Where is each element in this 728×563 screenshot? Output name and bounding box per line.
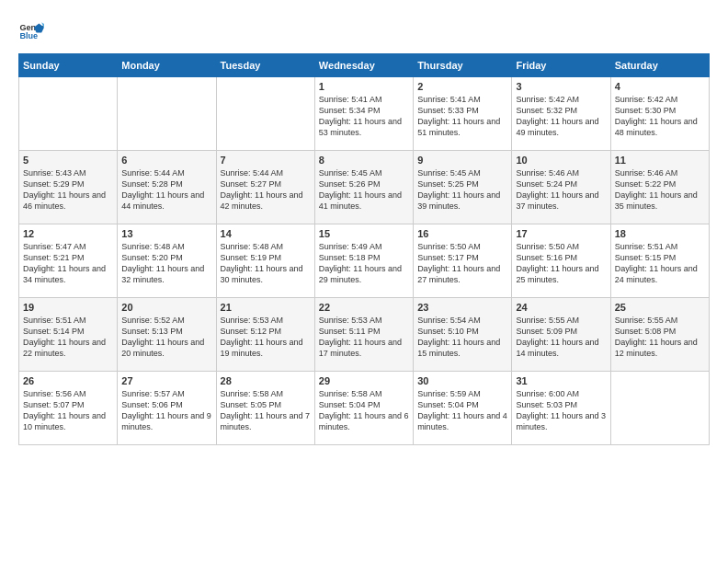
calendar-cell: 12Sunrise: 5:47 AM Sunset: 5:21 PM Dayli… [19,224,118,298]
weekday-header: Monday [118,54,216,77]
day-number: 13 [121,228,211,239]
day-info: Sunrise: 5:58 AM Sunset: 5:04 PM Dayligh… [319,388,409,433]
calendar-cell: 13Sunrise: 5:48 AM Sunset: 5:20 PM Dayli… [118,224,216,298]
calendar-week-row: 12Sunrise: 5:47 AM Sunset: 5:21 PM Dayli… [19,224,710,298]
day-info: Sunrise: 5:55 AM Sunset: 5:08 PM Dayligh… [615,315,705,360]
calendar-cell: 28Sunrise: 5:58 AM Sunset: 5:05 PM Dayli… [216,372,314,445]
day-info: Sunrise: 5:45 AM Sunset: 5:26 PM Dayligh… [319,167,409,213]
day-info: Sunrise: 5:50 AM Sunset: 5:17 PM Dayligh… [417,241,507,286]
calendar-table: SundayMondayTuesdayWednesdayThursdayFrid… [18,53,710,445]
calendar-cell: 17Sunrise: 5:50 AM Sunset: 5:16 PM Dayli… [512,224,610,298]
day-info: Sunrise: 5:49 AM Sunset: 5:18 PM Dayligh… [319,241,409,286]
day-number: 4 [615,81,705,92]
calendar-cell: 5Sunrise: 5:43 AM Sunset: 5:29 PM Daylig… [19,151,118,224]
day-info: Sunrise: 5:51 AM Sunset: 5:14 PM Dayligh… [23,315,113,360]
calendar-week-row: 1Sunrise: 5:41 AM Sunset: 5:34 PM Daylig… [19,77,710,151]
day-number: 27 [121,375,211,386]
day-number: 10 [516,155,606,166]
day-info: Sunrise: 5:57 AM Sunset: 5:06 PM Dayligh… [121,388,211,433]
weekday-header: Wednesday [314,54,413,77]
calendar-cell [216,77,314,151]
day-number: 19 [23,302,113,313]
day-info: Sunrise: 5:54 AM Sunset: 5:10 PM Dayligh… [417,315,507,360]
calendar-cell: 3Sunrise: 5:42 AM Sunset: 5:32 PM Daylig… [512,77,610,151]
day-info: Sunrise: 5:44 AM Sunset: 5:27 PM Dayligh… [221,167,311,213]
day-info: Sunrise: 5:56 AM Sunset: 5:07 PM Dayligh… [23,388,113,433]
day-number: 24 [516,302,606,313]
calendar-cell: 31Sunrise: 6:00 AM Sunset: 5:03 PM Dayli… [512,372,610,445]
calendar-cell [19,77,118,151]
calendar-cell: 24Sunrise: 5:55 AM Sunset: 5:09 PM Dayli… [512,298,610,372]
day-number: 16 [417,228,507,239]
day-info: Sunrise: 5:44 AM Sunset: 5:28 PM Dayligh… [121,167,211,213]
calendar-cell: 15Sunrise: 5:49 AM Sunset: 5:18 PM Dayli… [314,224,413,298]
calendar-cell: 2Sunrise: 5:41 AM Sunset: 5:33 PM Daylig… [414,77,512,151]
calendar-cell: 21Sunrise: 5:53 AM Sunset: 5:12 PM Dayli… [216,298,314,372]
day-info: Sunrise: 5:53 AM Sunset: 5:11 PM Dayligh… [319,315,409,360]
day-info: Sunrise: 5:48 AM Sunset: 5:19 PM Dayligh… [221,241,311,286]
calendar-cell: 8Sunrise: 5:45 AM Sunset: 5:26 PM Daylig… [314,151,413,224]
day-number: 30 [417,375,507,386]
day-info: Sunrise: 6:00 AM Sunset: 5:03 PM Dayligh… [516,388,606,433]
weekday-header: Saturday [610,54,709,77]
calendar-cell: 19Sunrise: 5:51 AM Sunset: 5:14 PM Dayli… [19,298,118,372]
weekday-header: Thursday [414,54,512,77]
logo: General Blue [18,18,44,44]
calendar-cell [118,77,216,151]
day-info: Sunrise: 5:58 AM Sunset: 5:05 PM Dayligh… [221,388,311,433]
day-info: Sunrise: 5:42 AM Sunset: 5:30 PM Dayligh… [615,94,705,139]
calendar-cell: 14Sunrise: 5:48 AM Sunset: 5:19 PM Dayli… [216,224,314,298]
calendar-week-row: 26Sunrise: 5:56 AM Sunset: 5:07 PM Dayli… [19,372,710,445]
day-number: 21 [221,302,311,313]
calendar-cell: 10Sunrise: 5:46 AM Sunset: 5:24 PM Dayli… [512,151,610,224]
day-info: Sunrise: 5:48 AM Sunset: 5:20 PM Dayligh… [121,241,211,286]
weekday-header: Friday [512,54,610,77]
calendar-cell: 16Sunrise: 5:50 AM Sunset: 5:17 PM Dayli… [414,224,512,298]
day-number: 23 [417,302,507,313]
day-info: Sunrise: 5:47 AM Sunset: 5:21 PM Dayligh… [23,241,113,286]
weekday-header: Tuesday [216,54,314,77]
svg-text:Blue: Blue [19,31,38,40]
calendar-cell: 27Sunrise: 5:57 AM Sunset: 5:06 PM Dayli… [118,372,216,445]
weekday-header: Sunday [19,54,118,77]
day-number: 5 [23,155,113,166]
day-info: Sunrise: 5:46 AM Sunset: 5:24 PM Dayligh… [516,167,606,213]
day-number: 15 [319,228,409,239]
day-number: 31 [516,375,606,386]
calendar-cell: 18Sunrise: 5:51 AM Sunset: 5:15 PM Dayli… [610,224,709,298]
day-info: Sunrise: 5:46 AM Sunset: 5:22 PM Dayligh… [615,167,705,213]
calendar-header-row: SundayMondayTuesdayWednesdayThursdayFrid… [19,54,710,77]
calendar-cell: 1Sunrise: 5:41 AM Sunset: 5:34 PM Daylig… [314,77,413,151]
calendar-week-row: 19Sunrise: 5:51 AM Sunset: 5:14 PM Dayli… [19,298,710,372]
day-info: Sunrise: 5:41 AM Sunset: 5:34 PM Dayligh… [319,94,409,139]
day-info: Sunrise: 5:50 AM Sunset: 5:16 PM Dayligh… [516,241,606,286]
day-number: 11 [615,155,705,166]
day-info: Sunrise: 5:42 AM Sunset: 5:32 PM Dayligh… [516,94,606,139]
day-info: Sunrise: 5:41 AM Sunset: 5:33 PM Dayligh… [417,94,507,139]
calendar-cell [610,372,709,445]
day-info: Sunrise: 5:55 AM Sunset: 5:09 PM Dayligh… [516,315,606,360]
day-number: 14 [221,228,311,239]
day-number: 3 [516,81,606,92]
day-number: 9 [417,155,507,166]
calendar-cell: 25Sunrise: 5:55 AM Sunset: 5:08 PM Dayli… [610,298,709,372]
calendar-cell: 11Sunrise: 5:46 AM Sunset: 5:22 PM Dayli… [610,151,709,224]
calendar-week-row: 5Sunrise: 5:43 AM Sunset: 5:29 PM Daylig… [19,151,710,224]
calendar-cell: 4Sunrise: 5:42 AM Sunset: 5:30 PM Daylig… [610,77,709,151]
day-number: 29 [319,375,409,386]
day-info: Sunrise: 5:53 AM Sunset: 5:12 PM Dayligh… [221,315,311,360]
day-info: Sunrise: 5:52 AM Sunset: 5:13 PM Dayligh… [121,315,211,360]
day-number: 6 [121,155,211,166]
day-number: 7 [221,155,311,166]
day-info: Sunrise: 5:51 AM Sunset: 5:15 PM Dayligh… [615,241,705,286]
calendar-cell: 7Sunrise: 5:44 AM Sunset: 5:27 PM Daylig… [216,151,314,224]
day-info: Sunrise: 5:43 AM Sunset: 5:29 PM Dayligh… [23,167,113,213]
calendar-cell: 6Sunrise: 5:44 AM Sunset: 5:28 PM Daylig… [118,151,216,224]
day-info: Sunrise: 5:45 AM Sunset: 5:25 PM Dayligh… [417,167,507,213]
day-number: 25 [615,302,705,313]
page-header: General Blue [18,18,710,44]
day-number: 20 [121,302,211,313]
calendar-cell: 9Sunrise: 5:45 AM Sunset: 5:25 PM Daylig… [414,151,512,224]
day-number: 17 [516,228,606,239]
calendar-cell: 30Sunrise: 5:59 AM Sunset: 5:04 PM Dayli… [414,372,512,445]
